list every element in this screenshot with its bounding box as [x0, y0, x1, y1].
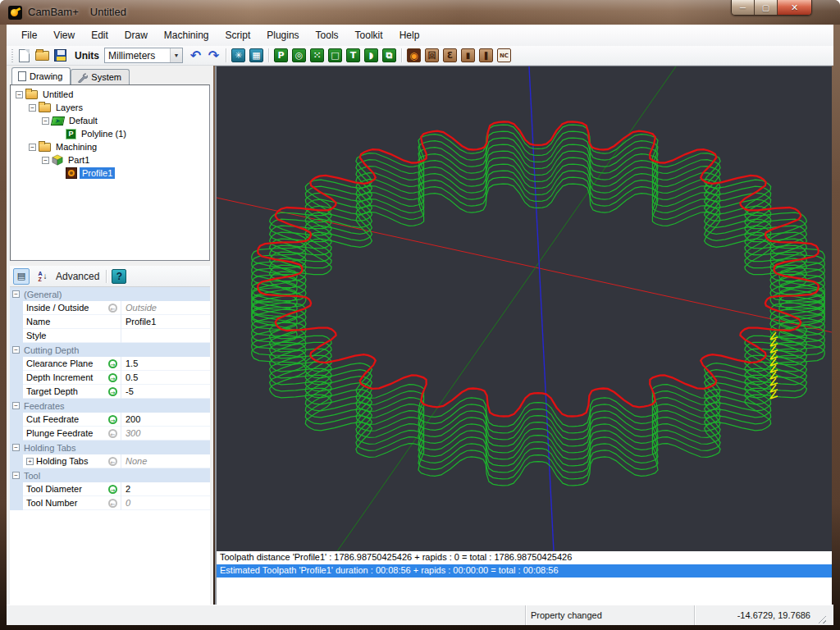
property-row-tool-diameter[interactable]: Tool Diameter→2 — [10, 482, 210, 496]
property-row-target-depth[interactable]: Target Depth→-5 — [10, 385, 210, 399]
menu-machining[interactable]: Machining — [156, 26, 217, 44]
property-row-name[interactable]: NameProfile1 — [10, 315, 210, 329]
property-row-clearance-plane[interactable]: Clearance Plane→1.5 — [10, 357, 210, 371]
property-value[interactable]: -5 — [121, 386, 134, 396]
units-dropdown[interactable]: Millimeters ▼ — [104, 48, 183, 63]
collapse-icon[interactable]: − — [12, 444, 20, 451]
property-value[interactable]: 200 — [121, 414, 140, 424]
tree-item-profile1[interactable]: Profile1 — [11, 167, 209, 180]
open-file-button[interactable] — [34, 48, 50, 63]
snap-points-button[interactable]: ✳ — [231, 48, 246, 63]
undo-button[interactable]: ↶ — [188, 48, 203, 63]
tree-expander[interactable]: − — [16, 91, 23, 98]
property-row-cut-feedrate[interactable]: Cut Feedrate→200 — [10, 413, 210, 427]
machine-pocket-button[interactable]: 回 — [424, 48, 440, 63]
tree-item-part1[interactable]: −Part1 — [11, 153, 209, 167]
generate-gcode-button[interactable]: NC — [496, 48, 512, 63]
draw-arc-button[interactable]: ◗ — [363, 48, 379, 63]
toolpath-canvas[interactable] — [217, 66, 832, 551]
new-file-button[interactable] — [16, 48, 32, 63]
help-button[interactable]: ? — [112, 269, 126, 284]
menu-toolkit[interactable]: Toolkit — [347, 26, 391, 44]
collapse-icon[interactable]: − — [12, 402, 20, 409]
collapse-icon[interactable]: − — [12, 290, 20, 298]
maximize-button[interactable]: ▢ — [755, 0, 778, 15]
property-value[interactable]: 300 — [121, 428, 140, 438]
menu-view[interactable]: View — [45, 26, 83, 44]
collapse-icon[interactable]: − — [12, 472, 20, 479]
set-value-icon[interactable]: → — [108, 485, 117, 494]
close-button[interactable]: ✕ — [778, 0, 811, 15]
menu-edit[interactable]: Edit — [83, 26, 116, 44]
message-line-1[interactable]: Toolpath distance 'Profile1' : 1786.9875… — [217, 551, 832, 564]
draw-circle-button[interactable]: ◎ — [291, 48, 307, 63]
machine-drill-button[interactable]: ▮ — [460, 48, 476, 63]
machine-lathe-button[interactable]: ❚ — [478, 48, 494, 63]
draw-rectangle-button[interactable]: □ — [327, 48, 343, 63]
property-value[interactable]: 0.5 — [121, 372, 138, 382]
default-value-icon[interactable]: ← — [108, 429, 117, 438]
menu-plugins[interactable]: Plugins — [258, 26, 307, 44]
toolbar-grip[interactable] — [11, 49, 13, 62]
menu-tools[interactable]: Tools — [308, 26, 347, 44]
property-category--general-[interactable]: −(General) — [10, 287, 210, 301]
draw-text-button[interactable]: T — [345, 48, 361, 63]
menu-file[interactable]: File — [13, 26, 45, 44]
resize-grip[interactable] — [815, 605, 827, 625]
property-value[interactable]: 0 — [121, 498, 130, 508]
default-value-icon[interactable]: ← — [108, 457, 117, 466]
3d-viewport[interactable] — [215, 66, 832, 551]
tab-system[interactable]: System — [71, 69, 130, 84]
expand-icon[interactable]: + — [26, 458, 34, 465]
alphabetical-sort-button[interactable]: AZ↓ — [34, 268, 51, 285]
save-file-button[interactable] — [52, 48, 68, 63]
property-row-tool-number[interactable]: Tool Number←0 — [10, 496, 210, 510]
draw-polyline-button[interactable]: P — [273, 48, 289, 63]
collapse-icon[interactable]: − — [12, 346, 20, 354]
tree-expander[interactable]: − — [42, 157, 49, 164]
property-value[interactable]: Outside — [121, 303, 157, 313]
property-value[interactable]: 2 — [121, 484, 130, 494]
property-row-depth-increment[interactable]: Depth Increment→0.5 — [10, 371, 210, 385]
set-value-icon[interactable]: → — [108, 415, 117, 424]
property-value[interactable]: None — [121, 456, 147, 466]
menu-help[interactable]: Help — [391, 26, 428, 44]
default-value-icon[interactable]: ← — [108, 304, 117, 313]
tree-item-untitled[interactable]: −Untitled — [11, 88, 209, 101]
categorized-view-button[interactable]: ▤ — [13, 268, 30, 285]
minimize-button[interactable]: ─ — [732, 0, 755, 15]
menu-draw[interactable]: Draw — [116, 26, 156, 44]
advanced-button[interactable]: Advanced — [56, 271, 99, 282]
draw-points-button[interactable]: ⁙ — [309, 48, 325, 63]
property-value[interactable]: 1.5 — [121, 358, 138, 368]
machine-profile-button[interactable]: ◉ — [406, 48, 422, 63]
tree-item-machining[interactable]: −Machining — [11, 140, 209, 153]
set-value-icon[interactable]: → — [108, 373, 117, 382]
machine-engrave-button[interactable]: Ɛ — [442, 48, 458, 63]
property-row-style[interactable]: Style — [10, 329, 210, 343]
property-category-holding-tabs[interactable]: −Holding Tabs — [10, 441, 210, 454]
property-value[interactable]: Profile1 — [121, 317, 156, 326]
tree-expander[interactable]: − — [42, 117, 49, 125]
property-category-tool[interactable]: −Tool — [10, 468, 210, 482]
redo-button[interactable]: ↷ — [206, 48, 221, 63]
property-row-holding-tabs[interactable]: +Holding Tabs←None — [10, 454, 210, 468]
property-row-plunge-feedrate[interactable]: Plunge Feedrate←300 — [10, 427, 210, 441]
default-value-icon[interactable]: ← — [108, 499, 117, 508]
property-row-inside-outside[interactable]: Inside / Outside←Outside — [10, 301, 210, 315]
tree-item-default[interactable]: −➤Default — [11, 114, 209, 127]
draw-surface-button[interactable]: ⧉ — [381, 48, 397, 63]
set-value-icon[interactable]: → — [108, 387, 117, 396]
tree-item-polyline-1-[interactable]: PPolyline (1) — [11, 127, 209, 140]
tree-item-layers[interactable]: −Layers — [11, 101, 209, 114]
tab-drawing[interactable]: Drawing — [11, 67, 71, 84]
grid-button[interactable]: ▦ — [249, 48, 264, 63]
tree-expander[interactable]: − — [29, 104, 36, 112]
tree-expander[interactable]: − — [29, 144, 36, 151]
property-category-feedrates[interactable]: −Feedrates — [10, 399, 210, 413]
chevron-down-icon[interactable]: ▼ — [170, 48, 182, 62]
property-category-cutting-depth[interactable]: −Cutting Depth — [10, 343, 210, 357]
menu-script[interactable]: Script — [217, 26, 259, 44]
message-line-2[interactable]: Estimated Toolpath 'Profile1' duration :… — [217, 564, 832, 578]
set-value-icon[interactable]: → — [108, 359, 117, 368]
